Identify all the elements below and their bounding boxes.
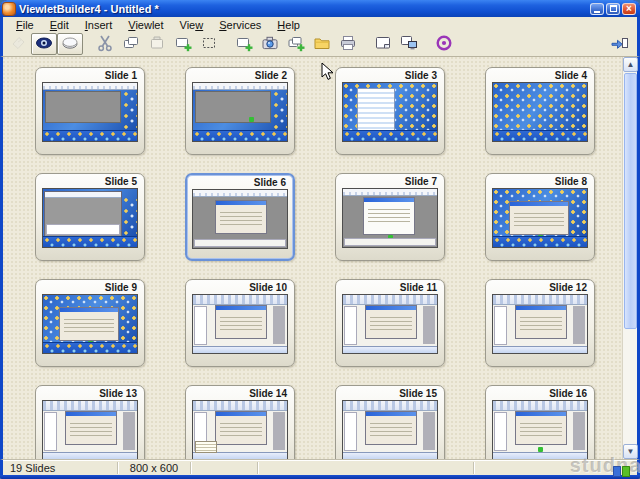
menu-view[interactable]: View [172,19,212,31]
qarbon-logo-button[interactable] [431,33,457,55]
title-bar[interactable]: ViewletBuilder4 - Untitled * × [0,0,640,17]
toolbar [0,32,640,57]
slide-thumbnail [492,188,588,248]
viewlet-page-icon [9,34,27,55]
slide-title: Slide 12 [549,282,587,293]
slide-thumbnail [42,294,138,354]
screen-capture-icon [261,34,279,55]
slide-card-header: Slide 15 [336,386,444,400]
insert-slide-icon [174,34,192,55]
close-button[interactable]: × [622,3,636,15]
scrollbar-thumb[interactable] [624,73,637,329]
slide-card[interactable]: Slide 8 [485,173,595,261]
slide-title: Slide 3 [405,70,437,81]
slide-title: Slide 6 [254,177,286,188]
slide-card[interactable]: Slide 16 [485,385,595,459]
menu-viewlet[interactable]: Viewlet [120,19,171,31]
slide-thumbnail [42,82,138,142]
menu-edit[interactable]: Edit [42,19,77,31]
window-title: ViewletBuilder4 - Untitled * [19,3,159,15]
goto-slide-icon [611,34,629,55]
app-logo-icon [3,3,15,15]
paste-icon [148,34,166,55]
scroll-up-button[interactable]: ▲ [623,57,638,72]
status-cell-1: 800 x 600 [118,462,191,474]
slide-title: Slide 14 [249,388,287,399]
slide-title: Slide 4 [555,70,587,81]
slide-title: Slide 11 [400,282,437,293]
slide-thumbnail [192,400,288,459]
menu-bar: FileEditInsertViewletViewServicesHelp [0,17,640,32]
slide-card-header: Slide 11 [336,280,444,294]
slide-sorter-canvas: Slide 1 Slide 2 Slide 3 Slide 4 Slide 5 … [3,57,622,459]
copy-button[interactable] [118,33,144,55]
viewlet-page-button [5,33,31,55]
window-bottom-border [0,475,640,479]
slide-card-header: Slide 12 [486,280,594,294]
main-area: Slide 1 Slide 2 Slide 3 Slide 4 Slide 5 … [0,57,640,459]
slide-card[interactable]: Slide 13 [35,385,145,459]
slide-card-selected[interactable]: Slide 6 [185,173,295,261]
slide-title: Slide 15 [399,388,437,399]
insert-slide-button[interactable] [170,33,196,55]
scroll-down-button[interactable]: ▼ [623,444,638,459]
toolbar-group [5,33,83,55]
menu-services[interactable]: Services [211,19,269,31]
screen-capture-button[interactable] [257,33,283,55]
slide-title: Slide 9 [105,282,137,293]
preview-eye-button[interactable] [31,33,57,55]
status-cell-4 [474,462,637,474]
maximize-button[interactable] [606,3,620,15]
goto-slide-button[interactable] [607,33,633,55]
slide-card[interactable]: Slide 15 [335,385,445,459]
new-slide-button[interactable] [231,33,257,55]
menu-help[interactable]: Help [269,19,308,31]
duplicate-slide-button[interactable] [283,33,309,55]
slide-card-header: Slide 6 [187,175,293,189]
close-icon: × [626,3,632,13]
export-slide-button[interactable] [396,33,422,55]
minimize-button[interactable] [590,3,604,15]
copy-icon [122,34,140,55]
slide-title: Slide 10 [249,282,287,293]
paste-button [144,33,170,55]
slide-title: Slide 13 [99,388,137,399]
slide-thumbnail [342,400,438,459]
slide-thumbnail [192,294,288,354]
slide-card[interactable]: Slide 11 [335,279,445,367]
slide-thumbnail [492,294,588,354]
slide-card[interactable]: Slide 4 [485,67,595,155]
status-cell-0: 19 Slides [3,462,118,474]
print-button[interactable] [335,33,361,55]
slide-card[interactable]: Slide 14 [185,385,295,459]
slide-card[interactable]: Slide 7 [335,173,445,261]
slide-thumbnail [342,294,438,354]
blank-slide-button[interactable] [370,33,396,55]
qarbon-logo-icon [435,34,453,55]
slide-card[interactable]: Slide 12 [485,279,595,367]
app-window: ViewletBuilder4 - Untitled * × FileEditI… [0,0,640,479]
new-slide-icon [235,34,253,55]
slide-thumbnail [342,188,438,248]
slide-card[interactable]: Slide 2 [185,67,295,155]
record-ellipse-button[interactable] [57,33,83,55]
slide-card-header: Slide 13 [36,386,144,400]
selection-marquee-button[interactable] [196,33,222,55]
preview-eye-icon [35,34,53,55]
open-folder-button[interactable] [309,33,335,55]
slide-thumbnail [192,189,288,249]
toolbar-group [431,33,457,55]
slide-card[interactable]: Slide 9 [35,279,145,367]
status-cell-3 [258,462,474,474]
slide-card[interactable]: Slide 3 [335,67,445,155]
slide-card[interactable]: Slide 1 [35,67,145,155]
slide-title: Slide 7 [405,176,437,187]
menu-file[interactable]: File [8,19,42,31]
vertical-scrollbar[interactable]: ▲ ▼ [622,57,637,459]
cut-button[interactable] [92,33,118,55]
menu-insert[interactable]: Insert [77,19,121,31]
slide-card[interactable]: Slide 5 [35,173,145,261]
slide-title: Slide 16 [549,388,587,399]
slide-card[interactable]: Slide 10 [185,279,295,367]
slide-thumbnail [492,400,588,459]
